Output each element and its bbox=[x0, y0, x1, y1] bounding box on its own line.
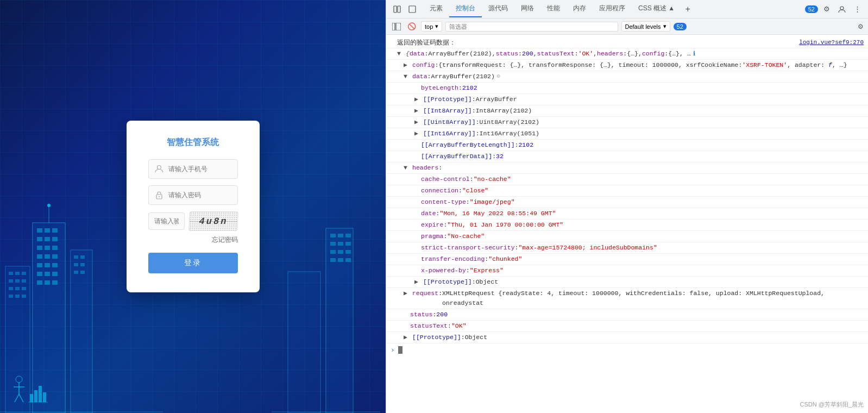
console-sidebar-btn[interactable] bbox=[391, 21, 402, 33]
svg-rect-61 bbox=[338, 234, 343, 237]
console-line-xpowered: x-powered-by: "Express" bbox=[386, 265, 868, 277]
undock-icon[interactable] bbox=[406, 3, 419, 16]
console-line-content-type: content-type: "image/jpeg" bbox=[386, 197, 868, 208]
svg-rect-36 bbox=[9, 295, 13, 298]
dock-icon[interactable] bbox=[391, 3, 404, 16]
log-level-selector[interactable]: Default levels ▾ bbox=[621, 21, 670, 32]
tab-sources[interactable]: 源代码 bbox=[482, 1, 514, 17]
expand-int8[interactable]: ▶ bbox=[414, 106, 421, 116]
console-line-cache: cache-control: "no-cache" bbox=[386, 174, 868, 185]
svg-rect-70 bbox=[338, 258, 343, 262]
console-line-status: status: 200 bbox=[386, 309, 868, 321]
svg-rect-53 bbox=[30, 394, 33, 402]
console-prompt[interactable]: › bbox=[386, 343, 868, 356]
svg-rect-15 bbox=[45, 263, 50, 267]
console-line-data: ▼ data: ArrayBuffer(2102) ⊙ bbox=[386, 71, 868, 83]
tab-console[interactable]: 控制台 bbox=[449, 1, 482, 17]
expand-arrow-config[interactable]: ▶ bbox=[404, 60, 410, 70]
phone-input[interactable] bbox=[168, 165, 250, 173]
console-line-sts: strict-transport-security: "max-age=1572… bbox=[386, 242, 868, 254]
settings-btn[interactable]: ⚙ bbox=[820, 3, 833, 16]
svg-rect-33 bbox=[9, 287, 13, 290]
svg-rect-62 bbox=[345, 234, 351, 237]
svg-rect-22 bbox=[52, 280, 58, 285]
add-tab-btn[interactable]: + bbox=[681, 3, 694, 16]
captcha-image[interactable]: 4u8n bbox=[188, 211, 238, 231]
prompt-arrow: › bbox=[391, 346, 395, 354]
password-input[interactable] bbox=[168, 191, 250, 199]
svg-rect-80 bbox=[409, 6, 416, 12]
svg-rect-46 bbox=[80, 271, 85, 274]
svg-rect-5 bbox=[37, 237, 42, 241]
level-value: Default levels bbox=[625, 23, 661, 30]
error-badge: 52 bbox=[805, 5, 818, 13]
expand-proto-obj2[interactable]: ▶ bbox=[404, 333, 410, 342]
devtools-panel: 元素 控制台 源代码 网络 性能 内存 应用程序 CSS 概述 ▲ + 52 ⚙… bbox=[386, 0, 868, 413]
svg-rect-35 bbox=[22, 287, 26, 290]
expand-proto1[interactable]: ▶ bbox=[414, 95, 421, 104]
context-selector[interactable]: top ▾ bbox=[421, 21, 442, 32]
login-title: 智慧住管系统 bbox=[148, 137, 238, 148]
forgot-password-text[interactable]: 忘记密码 bbox=[212, 236, 238, 243]
svg-rect-37 bbox=[15, 295, 20, 298]
svg-rect-42 bbox=[80, 255, 85, 259]
tab-application[interactable]: 应用程序 bbox=[593, 1, 632, 17]
expand-arrow-data[interactable]: ▼ bbox=[404, 72, 410, 82]
svg-rect-34 bbox=[15, 287, 20, 290]
svg-rect-63 bbox=[330, 242, 336, 246]
svg-rect-56 bbox=[43, 392, 46, 402]
console-line-proto1: ▶ [[Prototype]]: ArrayBuffer bbox=[386, 94, 868, 105]
more-options-btn[interactable]: ⋮ bbox=[851, 3, 864, 16]
devtools-toolbar: 元素 控制台 源代码 网络 性能 内存 应用程序 CSS 概述 ▲ + 52 ⚙… bbox=[386, 0, 868, 18]
expand-uint8[interactable]: ▶ bbox=[414, 117, 421, 127]
expand-request[interactable]: ▶ bbox=[404, 289, 410, 298]
tab-memory[interactable]: 内存 bbox=[567, 1, 593, 17]
svg-rect-78 bbox=[394, 6, 397, 12]
svg-rect-8 bbox=[37, 246, 42, 250]
expand-arrow-0[interactable]: ▼ bbox=[397, 49, 404, 59]
forgot-password-link[interactable]: 忘记密码 bbox=[148, 235, 238, 245]
tab-elements[interactable]: 元素 bbox=[423, 1, 449, 17]
console-output: 返回的验证码数据： login.vue?sef9:270 ▼ { data: A… bbox=[386, 35, 868, 413]
console-line-transfer: transfer-encoding: "chunked" bbox=[386, 254, 868, 265]
user-accounts-btn[interactable] bbox=[835, 3, 848, 16]
expand-int16[interactable]: ▶ bbox=[414, 129, 421, 139]
svg-rect-60 bbox=[330, 234, 336, 237]
expand-headers[interactable]: ▼ bbox=[404, 163, 410, 173]
svg-rect-7 bbox=[52, 237, 58, 241]
svg-rect-55 bbox=[39, 386, 42, 402]
svg-rect-65 bbox=[345, 242, 351, 246]
svg-rect-71 bbox=[345, 258, 351, 262]
svg-rect-30 bbox=[9, 279, 13, 283]
svg-rect-6 bbox=[45, 237, 50, 241]
console-toolbar: 🚫 top ▾ Default levels ▾ 52 ⚙ bbox=[386, 18, 868, 35]
svg-rect-19 bbox=[52, 272, 58, 276]
console-filter-input[interactable] bbox=[445, 22, 618, 32]
svg-rect-28 bbox=[15, 272, 20, 275]
tab-network[interactable]: 网络 bbox=[514, 1, 540, 17]
captcha-row: 4u8n bbox=[148, 211, 238, 231]
captcha-input[interactable] bbox=[154, 217, 179, 225]
svg-rect-18 bbox=[45, 272, 50, 276]
console-settings-icon[interactable]: ⚙ bbox=[858, 23, 864, 30]
svg-point-77 bbox=[159, 196, 160, 197]
return-label: 返回的验证码数据： bbox=[397, 37, 456, 47]
watermark: CSDN @芳草斜阳_晨光 bbox=[800, 401, 864, 409]
source-link[interactable]: login.vue?sef9:270 bbox=[799, 37, 864, 47]
context-dropdown-icon: ▾ bbox=[435, 23, 438, 30]
tab-css[interactable]: CSS 概述 ▲ bbox=[632, 1, 681, 17]
captcha-text: 4u8n bbox=[199, 216, 228, 227]
console-line-proto-obj: ▶ [[Prototype]]: Object bbox=[386, 277, 868, 288]
svg-rect-31 bbox=[15, 279, 20, 283]
info-icon-0: ℹ bbox=[693, 49, 695, 59]
tab-performance[interactable]: 性能 bbox=[540, 1, 567, 17]
console-error-badge: 52 bbox=[674, 23, 687, 30]
expand-proto-obj[interactable]: ▶ bbox=[414, 277, 421, 287]
user-icon bbox=[154, 164, 164, 174]
login-button[interactable]: 登录 bbox=[148, 253, 238, 273]
console-line-expire: expire: "Thu, 01 Jan 1970 00:00:00 GMT" bbox=[386, 220, 868, 231]
svg-rect-3 bbox=[45, 228, 50, 233]
lock-icon bbox=[154, 190, 164, 200]
svg-rect-38 bbox=[22, 295, 26, 298]
clear-console-btn[interactable]: 🚫 bbox=[406, 21, 418, 33]
